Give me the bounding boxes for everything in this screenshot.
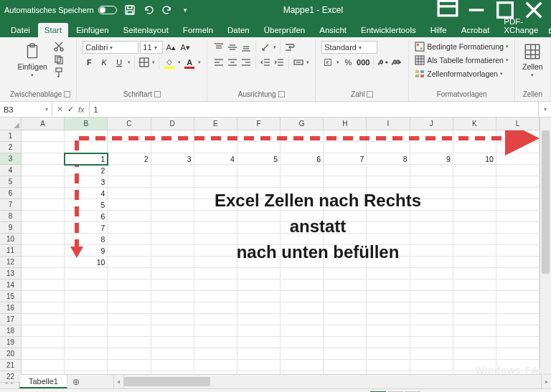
cell[interactable] bbox=[65, 325, 108, 337]
cell[interactable] bbox=[237, 130, 281, 142]
cell[interactable] bbox=[324, 176, 367, 188]
cell[interactable] bbox=[281, 291, 324, 302]
increase-indent-icon[interactable] bbox=[273, 57, 285, 68]
cell[interactable] bbox=[410, 199, 453, 211]
cell[interactable] bbox=[151, 360, 194, 371]
cell[interactable] bbox=[194, 291, 237, 302]
cell[interactable] bbox=[194, 302, 237, 314]
cell[interactable] bbox=[151, 245, 194, 257]
cell[interactable] bbox=[194, 211, 237, 222]
cell[interactable] bbox=[108, 291, 151, 302]
cell[interactable] bbox=[22, 211, 65, 222]
row-header[interactable]: 19 bbox=[0, 337, 21, 348]
cell[interactable]: 10 bbox=[65, 257, 108, 268]
cell[interactable] bbox=[496, 199, 540, 211]
cell[interactable] bbox=[367, 165, 410, 176]
cell[interactable]: 7 bbox=[65, 222, 108, 234]
cell[interactable] bbox=[65, 268, 108, 279]
cell[interactable] bbox=[367, 257, 410, 268]
cell[interactable] bbox=[151, 188, 194, 199]
cell[interactable] bbox=[324, 268, 367, 279]
cell[interactable] bbox=[22, 165, 65, 176]
cell[interactable] bbox=[194, 371, 237, 374]
cell[interactable] bbox=[410, 257, 453, 268]
cell[interactable] bbox=[324, 199, 367, 211]
cell[interactable] bbox=[324, 279, 367, 291]
cell[interactable] bbox=[151, 130, 194, 142]
cell[interactable] bbox=[281, 325, 324, 337]
cell[interactable] bbox=[194, 130, 237, 142]
autosave-toggle[interactable]: Automatisches Speichern bbox=[4, 6, 117, 14]
cut-icon[interactable] bbox=[53, 41, 65, 52]
cell[interactable] bbox=[22, 268, 65, 279]
row-header[interactable]: 22 bbox=[0, 371, 21, 383]
cell[interactable] bbox=[65, 142, 108, 153]
cell[interactable] bbox=[65, 371, 108, 374]
format-as-table-button[interactable]: Als Tabelle formatieren▾ bbox=[415, 54, 509, 66]
cell[interactable] bbox=[281, 199, 324, 211]
cell[interactable]: 8 bbox=[367, 153, 410, 165]
cell[interactable] bbox=[324, 245, 367, 257]
cell[interactable] bbox=[281, 279, 324, 291]
ribbon-options-icon[interactable] bbox=[435, 2, 461, 18]
cell[interactable] bbox=[496, 176, 540, 188]
paste-button[interactable]: Einfügen ▾ bbox=[16, 41, 48, 80]
row-header[interactable]: 5 bbox=[0, 176, 21, 188]
cell[interactable]: 4 bbox=[65, 188, 108, 199]
cell[interactable] bbox=[108, 257, 151, 268]
cell[interactable] bbox=[194, 348, 237, 360]
cell[interactable] bbox=[151, 211, 194, 222]
cell[interactable] bbox=[65, 337, 108, 348]
cell[interactable] bbox=[151, 176, 194, 188]
cell[interactable] bbox=[324, 291, 367, 302]
cell[interactable] bbox=[108, 268, 151, 279]
cell[interactable] bbox=[410, 360, 453, 371]
cell[interactable] bbox=[496, 188, 540, 199]
cell[interactable] bbox=[324, 325, 367, 337]
cell[interactable] bbox=[410, 245, 453, 257]
tab-seitenlayout[interactable]: Seitenlayout bbox=[117, 23, 175, 37]
cell[interactable] bbox=[194, 142, 237, 153]
cell[interactable] bbox=[237, 245, 281, 257]
cell[interactable] bbox=[151, 257, 194, 268]
cancel-formula-icon[interactable]: ✕ bbox=[57, 105, 63, 114]
cell[interactable]: 7 bbox=[324, 153, 367, 165]
redo-icon[interactable] bbox=[161, 4, 173, 16]
cell[interactable] bbox=[324, 302, 367, 314]
cell[interactable] bbox=[281, 302, 324, 314]
cell[interactable] bbox=[108, 211, 151, 222]
tab-pdfxchange[interactable]: PDF-XChange bbox=[497, 14, 545, 37]
cell[interactable] bbox=[367, 268, 410, 279]
cell[interactable] bbox=[496, 130, 540, 142]
cell[interactable] bbox=[496, 268, 540, 279]
row-header[interactable]: 15 bbox=[0, 291, 21, 302]
dialog-launcher-icon[interactable] bbox=[278, 91, 285, 97]
row-header[interactable]: 6 bbox=[0, 188, 21, 199]
cell[interactable] bbox=[237, 348, 281, 360]
cell[interactable] bbox=[237, 257, 281, 268]
cell[interactable] bbox=[367, 245, 410, 257]
cell[interactable] bbox=[324, 142, 367, 153]
formula-input[interactable]: 1 bbox=[90, 102, 538, 117]
column-header[interactable]: H bbox=[324, 118, 367, 130]
increase-decimal-icon[interactable]: ,0 bbox=[377, 57, 389, 68]
tab-daten[interactable]: Daten bbox=[221, 23, 256, 37]
row-header[interactable]: 3 bbox=[0, 153, 21, 165]
cell[interactable] bbox=[22, 245, 65, 257]
cell[interactable] bbox=[281, 268, 324, 279]
cell[interactable] bbox=[194, 268, 237, 279]
cell[interactable] bbox=[22, 199, 65, 211]
cell[interactable] bbox=[367, 142, 410, 153]
cell[interactable] bbox=[22, 188, 65, 199]
cell[interactable] bbox=[281, 165, 324, 176]
sheet-tab[interactable]: Tabelle1 bbox=[19, 375, 67, 388]
cell[interactable] bbox=[65, 302, 108, 314]
cell[interactable] bbox=[453, 279, 496, 291]
cell[interactable] bbox=[108, 130, 151, 142]
cell[interactable] bbox=[367, 314, 410, 325]
cell[interactable] bbox=[108, 176, 151, 188]
cell[interactable] bbox=[108, 222, 151, 234]
cell[interactable] bbox=[237, 360, 281, 371]
cell[interactable]: 3 bbox=[151, 153, 194, 165]
cell[interactable] bbox=[22, 360, 65, 371]
